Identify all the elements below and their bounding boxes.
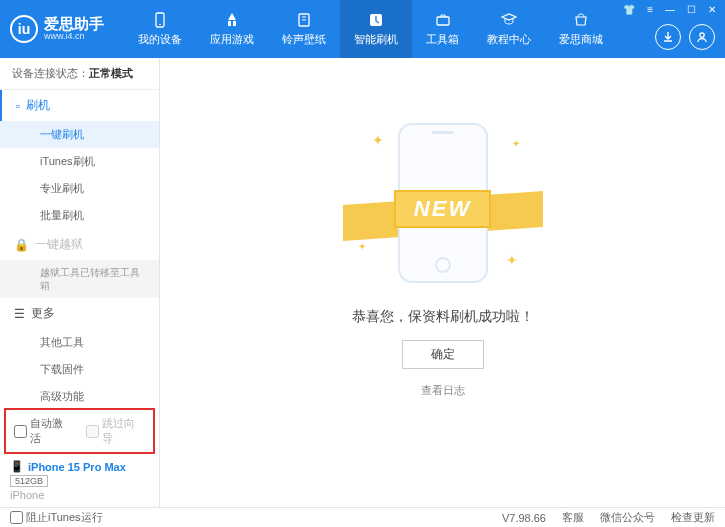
phone-icon: 📱 (10, 460, 24, 473)
nav-label: 智能刷机 (354, 32, 398, 47)
check-update-link[interactable]: 检查更新 (671, 510, 715, 525)
svg-point-1 (159, 24, 161, 26)
minimize-button[interactable]: — (662, 4, 678, 15)
nav-label: 我的设备 (138, 32, 182, 47)
menu-batch-flash[interactable]: 批量刷机 (0, 202, 159, 229)
svg-rect-4 (437, 17, 449, 25)
sidebar: 设备连接状态：正常模式 ▫ 刷机 一键刷机 iTunes刷机 专业刷机 批量刷机… (0, 58, 160, 507)
device-name[interactable]: 📱 iPhone 15 Pro Max (10, 460, 149, 473)
new-ribbon: NEW (394, 190, 491, 228)
tutorial-icon (500, 11, 518, 29)
nav-label: 工具箱 (426, 32, 459, 47)
skip-guide-checkbox[interactable]: 跳过向导 (86, 416, 146, 446)
menu-itunes-flash[interactable]: iTunes刷机 (0, 148, 159, 175)
sparkle-icon: ✦ (358, 241, 366, 252)
nav-store[interactable]: 爱思商城 (545, 0, 617, 58)
nav-label: 应用游戏 (210, 32, 254, 47)
lock-icon: 🔒 (14, 238, 29, 252)
maximize-button[interactable]: ☐ (684, 4, 699, 15)
menu-download-fw[interactable]: 下载固件 (0, 356, 159, 383)
block-itunes-checkbox[interactable]: 阻止iTunes运行 (10, 510, 103, 525)
ringtone-icon (295, 11, 313, 29)
ok-button[interactable]: 确定 (402, 340, 484, 369)
sparkle-icon: ✦ (506, 252, 518, 268)
connection-status: 设备连接状态：正常模式 (0, 58, 159, 90)
app-logo: iu 爱思助手 www.i4.cn (10, 15, 104, 43)
menu-onekey-flash[interactable]: 一键刷机 (0, 121, 159, 148)
success-illustration: ✦ ✦ ✦ ✦ NEW (348, 118, 538, 288)
apps-icon (223, 11, 241, 29)
download-button[interactable] (655, 24, 681, 50)
view-log-link[interactable]: 查看日志 (421, 383, 465, 398)
device-type: iPhone (10, 489, 149, 501)
nav-my-device[interactable]: 我的设备 (124, 0, 196, 58)
logo-title: 爱思助手 (44, 16, 104, 33)
device-storage: 512GB (10, 475, 48, 487)
close-button[interactable]: ✕ (705, 4, 719, 15)
app-header: iu 爱思助手 www.i4.cn 我的设备 应用游戏 铃声壁纸 智能刷机 工具… (0, 0, 725, 58)
user-button[interactable] (689, 24, 715, 50)
nav-toolbox[interactable]: 工具箱 (412, 0, 473, 58)
menu-other-tools[interactable]: 其他工具 (0, 329, 159, 356)
main-content: ✦ ✦ ✦ ✦ NEW 恭喜您，保资料刷机成功啦！ 确定 查看日志 (160, 58, 725, 507)
menu-pro-flash[interactable]: 专业刷机 (0, 175, 159, 202)
logo-icon: iu (10, 15, 38, 43)
success-message: 恭喜您，保资料刷机成功啦！ (352, 308, 534, 326)
more-icon: ☰ (14, 307, 25, 321)
nav-apps[interactable]: 应用游戏 (196, 0, 268, 58)
auto-activate-checkbox[interactable]: 自动激活 (14, 416, 74, 446)
jailbreak-note: 越狱工具已转移至工具箱 (0, 260, 159, 298)
store-icon (572, 11, 590, 29)
version-label: V7.98.66 (502, 512, 546, 524)
menu-group-jailbreak[interactable]: 🔒 一键越狱 (0, 229, 159, 260)
sparkle-icon: ✦ (372, 132, 384, 148)
svg-point-5 (700, 33, 704, 37)
skin-button[interactable]: 👕 (620, 4, 638, 15)
options-highlight-box: 自动激活 跳过向导 (4, 408, 155, 454)
menu-advanced[interactable]: 高级功能 (0, 383, 159, 404)
nav-tutorials[interactable]: 教程中心 (473, 0, 545, 58)
wechat-link[interactable]: 微信公众号 (600, 510, 655, 525)
toolbox-icon (434, 11, 452, 29)
status-footer: 阻止iTunes运行 V7.98.66 客服 微信公众号 检查更新 (0, 507, 725, 527)
menu-button[interactable]: ≡ (644, 4, 656, 15)
window-controls: 👕 ≡ — ☐ ✕ (620, 4, 719, 15)
nav-label: 铃声壁纸 (282, 32, 326, 47)
device-icon (151, 11, 169, 29)
nav-label: 教程中心 (487, 32, 531, 47)
support-link[interactable]: 客服 (562, 510, 584, 525)
menu-group-more[interactable]: ☰ 更多 (0, 298, 159, 329)
nav-flash[interactable]: 智能刷机 (340, 0, 412, 58)
nav-ringtones[interactable]: 铃声壁纸 (268, 0, 340, 58)
sparkle-icon: ✦ (512, 138, 520, 149)
top-nav: 我的设备 应用游戏 铃声壁纸 智能刷机 工具箱 教程中心 爱思商城 (124, 0, 617, 58)
flash-icon (367, 11, 385, 29)
menu-group-flash[interactable]: ▫ 刷机 (0, 90, 159, 121)
logo-url: www.i4.cn (44, 32, 104, 42)
nav-label: 爱思商城 (559, 32, 603, 47)
device-info: 📱 iPhone 15 Pro Max 512GB iPhone (0, 454, 159, 507)
flash-group-icon: ▫ (16, 99, 20, 113)
